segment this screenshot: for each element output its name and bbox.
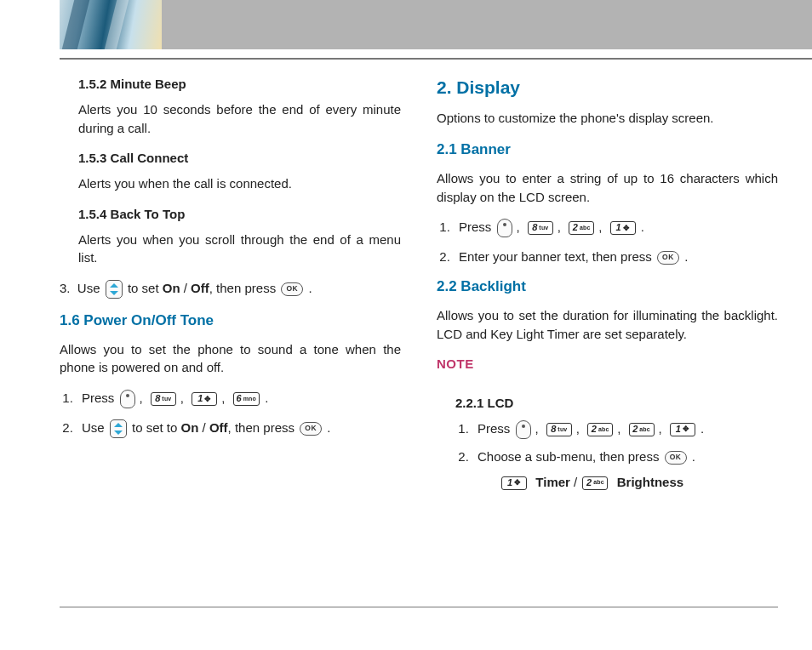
heading-1-6: 1.6 Power On/Off Tone — [60, 311, 401, 332]
rule-bottom — [60, 607, 778, 608]
section-title: Call Connect — [111, 151, 189, 165]
nav-key-icon — [110, 419, 127, 438]
key-6-icon: 6mno — [233, 392, 260, 406]
menu-key-icon — [120, 390, 135, 408]
heading-2-1: 2.1 Banner — [437, 140, 778, 161]
ok-key-icon: OK — [665, 451, 687, 465]
key-8-icon: 8tuv — [528, 221, 553, 235]
note-label: NOTE — [437, 355, 778, 373]
body-text: Allows you to set the duration for illum… — [437, 306, 778, 344]
section-title: Back To Top — [111, 207, 186, 221]
step-item: Press , 8tuv, 2abc, 2abc, 1✥ . — [472, 419, 778, 439]
heading-2: 2. Display — [437, 75, 778, 100]
key-2-icon: 2abc — [569, 221, 594, 235]
heading-1-5-4: 1.5.4 Back To Top — [78, 205, 401, 224]
step-item: Press , 8tuv, 2abc, 1✥ . — [454, 218, 778, 237]
section-number: 1.5.3 — [78, 151, 106, 165]
section-title: Minute Beep — [111, 77, 186, 91]
section-number: 1.5.4 — [78, 207, 106, 221]
key-1-icon: 1✥ — [192, 392, 217, 406]
submenu-brightness: Brightness — [617, 475, 683, 489]
heading-2-2: 2.2 Backlight — [437, 277, 778, 298]
menu-key-icon — [497, 219, 512, 237]
step-item: Enter your banner text, then press OK . — [454, 248, 778, 266]
key-2-icon: 2abc — [629, 423, 655, 436]
menu-key-icon — [516, 420, 531, 439]
body-text: Options to customize the phone's display… — [437, 109, 778, 128]
heading-1-5-3: 1.5.3 Call Connect — [78, 149, 401, 168]
steps-2-2-1: Press , 8tuv, 2abc, 2abc, 1✥ . Choose a … — [455, 419, 778, 492]
step-item: Use to set to On / Off, then press OK . — [77, 419, 401, 438]
body-text: Alerts you when the call is connected. — [78, 174, 401, 193]
right-column: 2. Display Options to customize the phon… — [437, 75, 778, 607]
section-number: 1.5.2 — [78, 77, 106, 91]
section-number: 2.2.1 — [455, 396, 483, 410]
body-text: Alerts you 10 seconds before the end of … — [78, 100, 401, 138]
steps-1-6: Press , 8tuv, 1✥, 6mno . Use to set to O… — [60, 389, 401, 438]
key-8-icon: 8tuv — [151, 392, 176, 406]
left-column: 1.5.2 Minute Beep Alerts you 10 seconds … — [60, 75, 401, 607]
header-gray-bar — [162, 0, 812, 49]
steps-2-1: Press , 8tuv, 2abc, 1✥ . Enter your bann… — [437, 218, 778, 266]
body-text: Alerts you when you scroll through the e… — [78, 231, 401, 268]
ok-key-icon: OK — [657, 251, 679, 265]
header-strip — [0, 0, 812, 49]
step-item: Press , 8tuv, 1✥, 6mno . — [77, 389, 401, 408]
ok-key-icon: OK — [281, 282, 303, 296]
content: 1.5.2 Minute Beep Alerts you 10 seconds … — [60, 58, 778, 607]
body-text: Allows you to enter a string of up to 16… — [437, 169, 778, 207]
key-2-icon: 2abc — [582, 476, 608, 490]
heading-1-5-2: 1.5.2 Minute Beep — [78, 75, 401, 94]
section-title: LCD — [488, 396, 514, 410]
page: 1.5.2 Minute Beep Alerts you 10 seconds … — [0, 0, 812, 650]
step-item: Choose a sub-menu, then press OK . 1✥ Ti… — [472, 448, 778, 492]
submenu-timer: Timer — [535, 475, 570, 489]
key-8-icon: 8tuv — [546, 423, 572, 436]
key-2-icon: 2abc — [587, 423, 613, 436]
body-text: Allows you to set the phone to sound a t… — [60, 340, 401, 378]
ok-key-icon: OK — [300, 422, 322, 436]
header-photo — [60, 0, 162, 49]
step-3-line: 3. Use to set On / Off, then press OK . — [60, 279, 401, 299]
heading-2-2-1: 2.2.1 LCD — [455, 394, 778, 413]
key-1-icon: 1✥ — [610, 221, 636, 235]
key-1-icon: 1✥ — [501, 476, 527, 490]
key-1-icon: 1✥ — [670, 423, 695, 436]
nav-key-icon — [106, 280, 123, 299]
